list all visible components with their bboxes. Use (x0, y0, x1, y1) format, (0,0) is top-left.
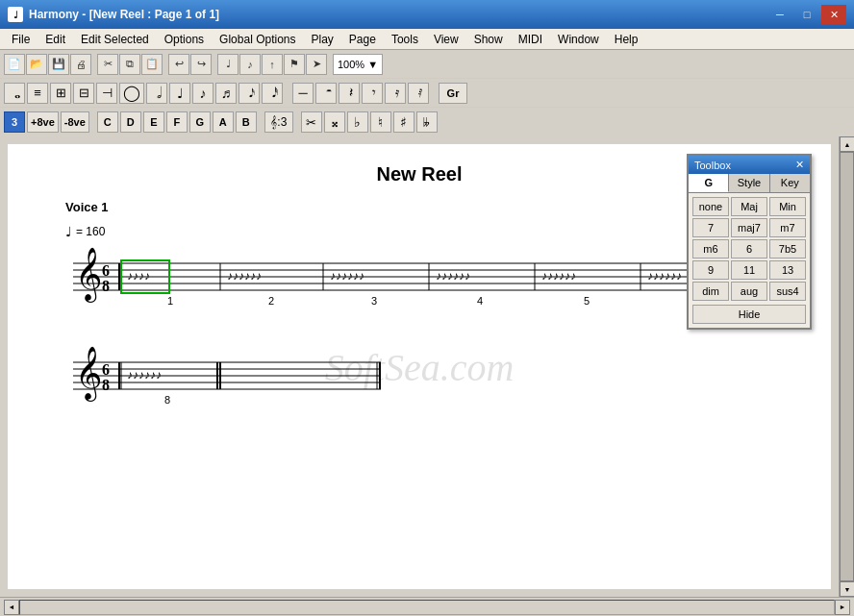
save-button[interactable]: 💾 (48, 54, 69, 75)
natural-btn[interactable]: ♮ (370, 111, 391, 133)
note2-button[interactable]: ♪ (239, 54, 261, 75)
svg-text:♪♪♪♪: ♪♪♪♪ (127, 269, 150, 283)
toolbox-tab-key[interactable]: Key (770, 174, 810, 192)
minimize-button[interactable]: ─ (767, 5, 792, 24)
note-g-btn[interactable]: G (189, 111, 211, 133)
new-button[interactable]: 📄 (4, 54, 25, 75)
toolbox-hide-button[interactable]: Hide (692, 305, 806, 324)
arrow-up-button[interactable]: ↑ (262, 54, 283, 75)
cut-btn[interactable]: ✂ (301, 111, 322, 133)
menu-item-options[interactable]: Options (157, 31, 212, 48)
send-button[interactable]: ➤ (306, 54, 327, 75)
note-sixteenth[interactable]: ♬ (215, 83, 237, 104)
toolbox-grid: none Maj Min 7 maj7 m7 m6 6 7b5 9 11 13 (692, 197, 806, 301)
menu-item-view[interactable]: View (426, 31, 466, 48)
flag-button[interactable]: ⚑ (284, 54, 305, 75)
chord-maj[interactable]: Maj (731, 197, 767, 216)
toolbox-close-icon[interactable]: ✕ (795, 159, 804, 171)
table-view-btn[interactable]: ⊟ (73, 83, 94, 104)
tempo-note: ♩ (65, 224, 72, 239)
note-b-btn[interactable]: B (236, 111, 257, 133)
close-button[interactable]: ✕ (821, 5, 846, 24)
svg-text:♪♪♪♪♪♪: ♪♪♪♪♪♪ (330, 269, 364, 283)
scroll-left-button[interactable]: ◄ (4, 600, 19, 615)
double-sharp-btn[interactable]: 𝄪 (324, 111, 345, 133)
chord-m7[interactable]: m7 (769, 218, 806, 237)
rest-quarter[interactable]: 𝄽 (339, 83, 360, 104)
tempo-value: = 160 (76, 225, 105, 238)
chord-7[interactable]: 7 (692, 218, 729, 237)
flat-btn[interactable]: ♭ (347, 111, 368, 133)
chord-6[interactable]: 6 (731, 239, 767, 259)
undo-button[interactable]: ↩ (168, 54, 189, 75)
rest-16th[interactable]: 𝄿 (385, 83, 406, 104)
maximize-button[interactable]: □ (794, 5, 819, 24)
chord-maj7[interactable]: maj7 (731, 218, 767, 237)
svg-text:6: 6 (102, 361, 110, 378)
redo-button[interactable]: ↪ (190, 54, 212, 75)
menu-item-play[interactable]: Play (304, 31, 341, 48)
grace-note-btn[interactable]: Gr (439, 83, 467, 104)
toolbox-tab-g[interactable]: G (689, 174, 729, 192)
rest-half[interactable]: 𝄼 (315, 83, 337, 104)
scroll-up-button[interactable]: ▲ (840, 136, 854, 152)
toolbox-tab-style[interactable]: Style (729, 174, 769, 192)
octave-3-btn[interactable]: 3 (4, 111, 25, 133)
double-sharp2-btn[interactable]: 𝄫 (416, 111, 438, 133)
scroll-thumb[interactable] (840, 152, 854, 581)
chord-aug[interactable]: aug (731, 282, 767, 301)
chord-11[interactable]: 11 (731, 260, 767, 280)
note-64th[interactable]: 𝅘𝅥𝅰 (262, 83, 283, 104)
rest-eighth[interactable]: 𝄾 (362, 83, 383, 104)
note-f-btn[interactable]: F (166, 111, 188, 133)
chord-dim[interactable]: dim (692, 282, 729, 301)
chord-min[interactable]: Min (769, 197, 806, 216)
menu-item-show[interactable]: Show (466, 31, 511, 48)
chord-7b5[interactable]: 7b5 (769, 239, 806, 259)
note-whole[interactable]: ◯ (119, 83, 144, 104)
note-edit-button[interactable]: ♩ (217, 54, 239, 75)
cut-button[interactable]: ✂ (97, 54, 118, 75)
menu-item-tools[interactable]: Tools (384, 31, 426, 48)
paste-button[interactable]: 📋 (141, 54, 163, 75)
note-dotted-whole[interactable]: 𝅝 (4, 83, 25, 104)
menu-item-edit[interactable]: Edit (38, 31, 73, 48)
grid-view-btn[interactable]: ⊞ (50, 83, 71, 104)
rest-32nd[interactable]: 𝅀 (408, 83, 429, 104)
scroll-right-button[interactable]: ► (835, 600, 850, 615)
note-eighth[interactable]: ♪ (192, 83, 214, 104)
menu-item-window[interactable]: Window (550, 31, 607, 48)
menu-item-global-options[interactable]: Global Options (212, 31, 303, 48)
list-view-btn[interactable]: ≡ (27, 83, 48, 104)
zoom-dropdown-icon[interactable]: ▼ (367, 59, 378, 70)
chord-9[interactable]: 9 (692, 260, 729, 280)
menu-item-edit-selected[interactable]: Edit Selected (73, 31, 157, 48)
rest-whole[interactable]: ─ (292, 83, 314, 104)
note-c-btn[interactable]: C (97, 111, 118, 133)
svg-text:6: 6 (102, 262, 110, 279)
menu-item-file[interactable]: File (4, 31, 38, 48)
menu-item-help[interactable]: Help (607, 31, 646, 48)
sharp-btn[interactable]: ♯ (393, 111, 414, 133)
note-a-btn[interactable]: A (213, 111, 234, 133)
menu-item-page[interactable]: Page (341, 31, 384, 48)
copy-button[interactable]: ⧉ (119, 54, 140, 75)
note-e-btn[interactable]: E (143, 111, 164, 133)
white-page[interactable]: SoftSea.com New Reel Voice 1 ♩ = 160 (8, 144, 831, 589)
minus-8ve-btn[interactable]: -8ve (61, 111, 89, 133)
menu-item-midi[interactable]: MIDI (511, 31, 550, 48)
chord-none[interactable]: none (692, 197, 729, 216)
chord-m6[interactable]: m6 (692, 239, 729, 259)
note-d-btn[interactable]: D (120, 111, 141, 133)
note-half[interactable]: 𝅗𝅥 (146, 83, 167, 104)
chord-13[interactable]: 13 (769, 260, 806, 280)
chord-sus4[interactable]: sus4 (769, 282, 806, 301)
treble-clef-btn[interactable]: 𝄞:3 (264, 111, 293, 133)
plus-8ve-btn[interactable]: +8ve (27, 111, 59, 133)
note-quarter[interactable]: ♩ (169, 83, 190, 104)
print-button[interactable]: 🖨 (70, 54, 91, 75)
repeat-btn[interactable]: ⊣ (96, 83, 117, 104)
scroll-down-button[interactable]: ▼ (840, 581, 854, 597)
note-32nd[interactable]: 𝅘𝅥𝅯 (239, 83, 260, 104)
open-button[interactable]: 📂 (26, 54, 47, 75)
